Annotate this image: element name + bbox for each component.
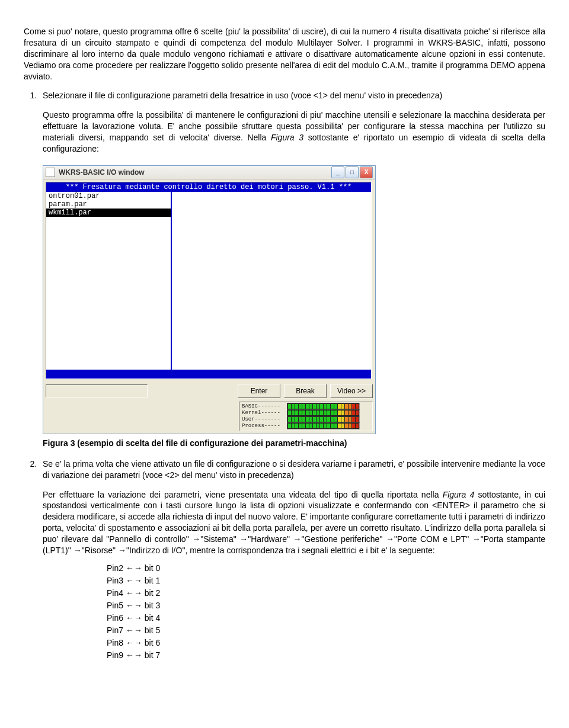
pin-row: Pin8 bit 6 — [107, 637, 545, 649]
window-title: WKRS-BASIC I/O window — [59, 168, 331, 177]
pin-row: Pin7 bit 5 — [107, 624, 545, 637]
meter-process: Process----- — [242, 423, 370, 429]
minimize-button[interactable]: _ — [331, 166, 344, 178]
step-1: Selezionare il file di configurazione pa… — [39, 90, 545, 101]
maximize-button[interactable]: □ — [346, 166, 359, 178]
steps-list-2: Se e' la prima volta che viene attivato … — [24, 458, 545, 481]
step-2-lead: Se e' la prima volta che viene attivato … — [43, 459, 545, 480]
file-item[interactable]: param.par — [46, 200, 171, 209]
pin-row: Pin9 bit 7 — [107, 649, 545, 662]
break-button[interactable]: Break — [284, 384, 327, 398]
enter-button[interactable]: Enter — [238, 384, 280, 398]
step-2-body: Per effettuare la variazione dei paramet… — [43, 489, 545, 556]
terminal: *** Fresatura mediante controllo diretto… — [46, 182, 372, 379]
file-item[interactable]: ontron01.par — [46, 192, 171, 200]
close-button[interactable]: X — [360, 166, 373, 178]
pin-row: Pin2 bit 0 — [107, 562, 545, 575]
steps-list: Selezionare il file di configurazione pa… — [24, 90, 545, 101]
figure3-caption: Figura 3 (esempio di scelta del file di … — [43, 438, 545, 449]
app-icon — [46, 168, 55, 177]
meter-user: User-------- — [242, 416, 370, 423]
intro-paragraph: Come si puo' notare, questo programma of… — [24, 26, 545, 82]
pin-row: Pin5 bit 3 — [107, 599, 545, 612]
pin-row: Pin4 bit 2 — [107, 587, 545, 599]
wkrs-window: WKRS-BASIC I/O window _ □ X *** Fresatur… — [43, 165, 376, 434]
pin-mapping: Pin2 bit 0 Pin3 bit 1 Pin4 bit 2 Pin5 bi… — [107, 562, 545, 662]
input-field[interactable] — [46, 384, 148, 397]
terminal-header: *** Fresatura mediante controllo diretto… — [46, 182, 371, 192]
meter-kernel: Kernel------ — [242, 410, 370, 416]
pin-row: Pin3 bit 1 — [107, 575, 545, 587]
step-1-body: Questo programma offre la possibilita' d… — [43, 110, 545, 155]
step-1-lead: Selezionare il file di configurazione pa… — [43, 91, 442, 100]
terminal-footer — [46, 370, 371, 379]
pin-row: Pin6 bit 4 — [107, 612, 545, 624]
titlebar[interactable]: WKRS-BASIC I/O window _ □ X — [43, 166, 375, 179]
file-item-selected[interactable]: wkmill.par — [46, 209, 171, 217]
step-2: Se e' la prima volta che viene attivato … — [39, 458, 545, 481]
file-list[interactable]: ontron01.par param.par wkmill.par — [46, 192, 172, 370]
meter-basic: BASIC------- — [242, 403, 370, 410]
meters-panel: BASIC------- Kernel------ User-------- P… — [239, 402, 373, 431]
video-button[interactable]: Video >> — [330, 384, 373, 398]
